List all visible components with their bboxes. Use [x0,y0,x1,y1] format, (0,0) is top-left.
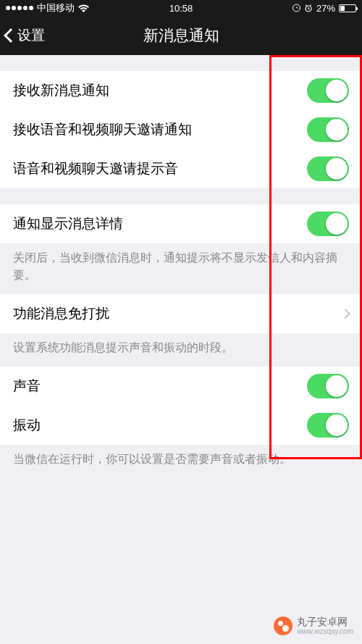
row-label: 接收新消息通知 [13,81,109,100]
toggle-vibrate[interactable] [307,413,349,438]
setting-row-show-detail: 通知显示消息详情 [0,204,362,243]
group-footer: 设置系统功能消息提示声音和振动的时段。 [0,333,362,367]
battery-icon [339,4,356,12]
status-bar: 中国移动 10:58 27% [0,0,362,16]
setting-row-receive-call-invite: 接收语音和视频聊天邀请通知 [0,110,362,149]
row-label: 接收语音和视频聊天邀请通知 [13,120,192,139]
status-left: 中国移动 [6,1,89,14]
alarm-icon [304,4,313,12]
watermark-name: 丸子安卓网 [297,616,353,627]
lock-icon [292,4,300,12]
toggle-receive-new-msg[interactable] [307,78,349,103]
row-label: 功能消息免打扰 [13,304,109,323]
setting-row-vibrate: 振动 [0,406,362,445]
nav-bar: 设置 新消息通知 [0,16,362,55]
toggle-receive-call-invite[interactable] [307,117,349,142]
settings-group: 接收新消息通知 接收语音和视频聊天邀请通知 语音和视频聊天邀请提示音 [0,71,362,188]
setting-row-receive-new-msg: 接收新消息通知 [0,71,362,110]
toggle-sound[interactable] [307,374,349,398]
setting-row-call-invite-sound: 语音和视频聊天邀请提示音 [0,149,362,188]
signal-dots-icon [6,6,33,10]
wifi-icon [78,4,89,12]
row-label: 声音 [13,377,41,396]
toggle-call-invite-sound[interactable] [307,156,349,181]
back-label: 设置 [17,26,45,45]
status-right: 27% [292,3,356,14]
row-label: 通知显示消息详情 [13,214,123,233]
chevron-left-icon [4,28,18,43]
group-footer: 关闭后，当收到微信消息时，通知提示将不显示发信人和内容摘要。 [0,243,362,294]
row-label: 振动 [13,416,41,435]
toggle-show-detail[interactable] [307,212,349,236]
settings-group: 声音 振动 [0,367,362,445]
watermark-url: www.wzsqsy.com [297,627,353,635]
watermark-logo-icon [274,616,292,635]
chevron-right-icon [340,309,350,319]
page-title: 新消息通知 [143,25,219,46]
group-footer: 当微信在运行时，你可以设置是否需要声音或者振动。 [0,445,362,478]
carrier-label: 中国移动 [37,1,75,14]
settings-group: 通知显示消息详情 [0,204,362,243]
row-label: 语音和视频聊天邀请提示音 [13,159,178,178]
battery-percent: 27% [316,3,335,14]
status-time: 10:58 [169,3,193,14]
settings-group: 功能消息免打扰 [0,294,362,333]
setting-row-dnd[interactable]: 功能消息免打扰 [0,294,362,333]
setting-row-sound: 声音 [0,367,362,406]
back-button[interactable]: 设置 [6,26,45,45]
watermark: 丸子安卓网 www.wzsqsy.com [274,616,353,635]
